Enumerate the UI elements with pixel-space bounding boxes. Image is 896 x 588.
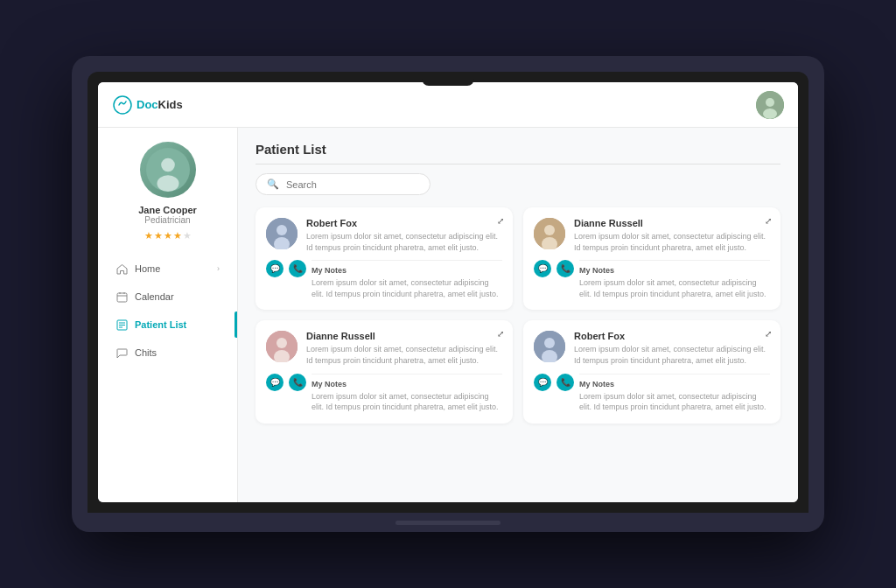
patient-name-1: Dianne Russell bbox=[574, 218, 770, 228]
star-4: ★ bbox=[173, 230, 182, 242]
sidebar-item-home[interactable]: Home › bbox=[105, 256, 230, 282]
page-title: Patient List bbox=[256, 142, 780, 164]
patient-list-icon bbox=[116, 318, 128, 331]
phone-btn-2[interactable]: 📞 bbox=[289, 374, 306, 391]
card-actions-2: ⤢ bbox=[497, 329, 504, 339]
sidebar-item-calendar[interactable]: Calendar bbox=[105, 284, 230, 310]
patient-list-label: Patient List bbox=[135, 319, 186, 330]
patient-card-0: Robert Fox Lorem ipsum dolor sit amet, c… bbox=[256, 207, 513, 310]
patient-card-1: Dianne Russell Lorem ipsum dolor sit ame… bbox=[523, 207, 780, 310]
search-input[interactable] bbox=[286, 179, 419, 190]
card-actions-3: ⤢ bbox=[765, 329, 772, 339]
home-chevron: › bbox=[217, 264, 220, 273]
patient-card-2: Dianne Russell Lorem ipsum dolor sit ame… bbox=[256, 320, 513, 423]
chat-btn-3[interactable]: 💬 bbox=[534, 374, 551, 391]
notes-label-0: My Notes bbox=[312, 266, 502, 275]
patient-desc-2: Lorem ipsum dolor sit amet, consectetur … bbox=[306, 344, 502, 366]
search-icon: 🔍 bbox=[267, 178, 279, 190]
sidebar-item-patient-list[interactable]: Patient List bbox=[105, 312, 230, 338]
patient-desc-1: Lorem ipsum dolor sit amet, consectetur … bbox=[574, 231, 770, 253]
logo-icon bbox=[112, 94, 133, 116]
trackpad-indicator bbox=[396, 521, 500, 525]
star-3: ★ bbox=[164, 230, 172, 242]
profile-role: Pediatrician bbox=[144, 215, 190, 225]
svg-point-3 bbox=[763, 108, 777, 119]
svg-point-0 bbox=[114, 96, 131, 114]
patient-avatar-2 bbox=[266, 331, 298, 362]
patient-name-2: Dianne Russell bbox=[306, 331, 502, 341]
sidebar-item-chats[interactable]: Chits bbox=[105, 340, 230, 366]
nav-menu: Home › bbox=[98, 256, 237, 368]
sidebar: Jane Cooper Pediatrician ★ ★ ★ ★ ★ bbox=[98, 128, 238, 502]
home-icon bbox=[116, 262, 128, 275]
patient-desc-3: Lorem ipsum dolor sit amet, consectetur … bbox=[574, 344, 770, 366]
patient-card-3: Robert Fox Lorem ipsum dolor sit amet, c… bbox=[523, 320, 780, 423]
card-actions-0: ⤢ bbox=[497, 216, 504, 226]
profile-avatar bbox=[140, 142, 196, 198]
patient-avatar-3 bbox=[534, 331, 565, 362]
chat-btn-2[interactable]: 💬 bbox=[266, 374, 284, 391]
patient-avatar-1 bbox=[534, 218, 565, 249]
star-1: ★ bbox=[144, 230, 153, 242]
svg-point-19 bbox=[544, 225, 555, 235]
notes-label-2: My Notes bbox=[312, 380, 502, 388]
expand-icon-1[interactable]: ⤢ bbox=[765, 216, 772, 226]
calendar-icon bbox=[116, 290, 128, 303]
profile-name: Jane Cooper bbox=[138, 205, 197, 215]
notes-text-3: Lorem ipsum dolor sit amet, consectetur … bbox=[579, 391, 770, 413]
svg-point-25 bbox=[544, 338, 555, 348]
top-bar: DocKids bbox=[98, 82, 798, 128]
home-label: Home bbox=[135, 263, 160, 274]
chats-icon bbox=[116, 346, 128, 359]
notes-label-1: My Notes bbox=[579, 266, 770, 275]
phone-btn-0[interactable]: 📞 bbox=[289, 260, 306, 277]
chat-btn-0[interactable]: 💬 bbox=[266, 260, 284, 277]
calendar-label: Calendar bbox=[135, 291, 174, 302]
svg-point-16 bbox=[276, 225, 287, 235]
chat-btn-1[interactable]: 💬 bbox=[534, 260, 551, 277]
svg-point-2 bbox=[766, 98, 774, 107]
patient-cards-grid: Robert Fox Lorem ipsum dolor sit amet, c… bbox=[256, 207, 780, 424]
card-actions-1: ⤢ bbox=[765, 216, 772, 226]
svg-point-6 bbox=[157, 175, 178, 192]
logo-text: DocKids bbox=[136, 98, 183, 111]
chats-label: Chits bbox=[135, 347, 157, 358]
notes-text-2: Lorem ipsum dolor sit amet, consectetur … bbox=[312, 391, 502, 413]
notes-label-3: My Notes bbox=[579, 380, 770, 388]
expand-icon-0[interactable]: ⤢ bbox=[497, 216, 504, 226]
patient-desc-0: Lorem ipsum dolor sit amet, consectetur … bbox=[306, 231, 502, 253]
patient-name-3: Robert Fox bbox=[574, 331, 770, 341]
expand-icon-2[interactable]: ⤢ bbox=[497, 329, 504, 339]
notes-text-0: Lorem ipsum dolor sit amet, consectetur … bbox=[312, 277, 502, 299]
svg-rect-7 bbox=[117, 293, 127, 302]
svg-point-5 bbox=[161, 158, 175, 172]
expand-icon-3[interactable]: ⤢ bbox=[765, 329, 772, 339]
logo: DocKids bbox=[112, 94, 183, 116]
star-2: ★ bbox=[154, 230, 163, 242]
svg-point-22 bbox=[276, 338, 287, 348]
phone-btn-1[interactable]: 📞 bbox=[556, 260, 574, 277]
search-bar[interactable]: 🔍 bbox=[256, 173, 430, 195]
star-rating: ★ ★ ★ ★ ★ bbox=[144, 230, 192, 242]
patient-avatar-0 bbox=[266, 218, 298, 249]
main-panel: Patient List 🔍 bbox=[238, 128, 798, 502]
top-user-avatar[interactable] bbox=[756, 91, 784, 119]
laptop-notch bbox=[422, 72, 474, 86]
patient-name-0: Robert Fox bbox=[306, 218, 502, 228]
star-5: ★ bbox=[183, 230, 192, 242]
phone-btn-3[interactable]: 📞 bbox=[556, 374, 574, 391]
notes-text-1: Lorem ipsum dolor sit amet, consectetur … bbox=[579, 277, 770, 299]
